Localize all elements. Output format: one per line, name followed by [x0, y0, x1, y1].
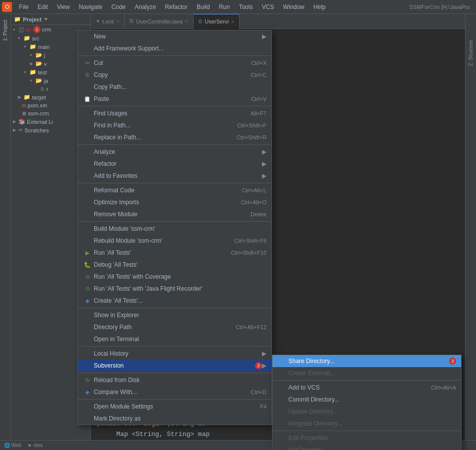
ctx-copy[interactable]: ⎘ Copy Ctrl+C [78, 69, 271, 81]
ctx-run-jfr[interactable]: ⊙ Run 'All Tests' with 'Java Flight Reco… [78, 283, 271, 295]
sub-label: Share Directory... [288, 358, 449, 365]
tab-close-active[interactable]: × [232, 19, 235, 24]
tree-arrow: ▾ [24, 44, 28, 49]
editor-tabs: ✦ t.xml × © UserController.java × © User… [91, 14, 465, 29]
menu-help[interactable]: Help [309, 1, 330, 12]
paste-icon: 📋 [83, 95, 92, 103]
menu-code[interactable]: Code [107, 1, 130, 12]
ctx-reformat[interactable]: Reformat Code Ctrl+Alt+L [78, 184, 271, 196]
ctx-analyze[interactable]: Analyze ▶ [78, 146, 271, 158]
ctx-debug-tests[interactable]: 🐛 Debug 'All Tests' [78, 259, 271, 271]
settings-icon [83, 403, 92, 411]
ctx-add-favorites[interactable]: Add to Favorites ▶ [78, 170, 271, 182]
remove-icon [83, 210, 92, 218]
tree-arrow: ▶ [13, 119, 17, 124]
ctx-find-in-path[interactable]: Find in Path... Ctrl+Shift+F [78, 119, 271, 131]
ctx-label: Run 'All Tests' [94, 249, 221, 256]
sidebar-tab-project[interactable]: 1: Project [1, 16, 9, 45]
menu-refactor[interactable]: Refactor [161, 1, 192, 12]
ctx-optimize-imports[interactable]: Optimize Imports Ctrl+Alt+O [78, 196, 271, 208]
menu-file[interactable]: File [15, 1, 32, 12]
ctx-copy-path[interactable]: Copy Path... [78, 81, 271, 93]
svn-icon [83, 362, 92, 370]
ctx-label: Show in Explorer [94, 312, 266, 319]
menu-edit[interactable]: Edit [33, 1, 52, 12]
sub-commit-dir[interactable]: Commit Directory... [272, 394, 461, 406]
ctx-new[interactable]: New ▶ [78, 30, 271, 42]
ctx-show-explorer[interactable]: Show in Explorer [78, 309, 271, 321]
menu-analyze[interactable]: Analyze [131, 1, 160, 12]
ctx-paste[interactable]: 📋 Paste Ctrl+V [78, 93, 271, 105]
tree-arrow: ▾ [30, 78, 34, 83]
ctx-label: Debug 'All Tests' [94, 261, 266, 268]
sub-update-dir: Update Directory... [272, 406, 461, 418]
ctx-run-coverage[interactable]: ⊙ Run 'All Tests' with Coverage [78, 271, 271, 283]
status-favorites[interactable]: ★ rites [27, 443, 43, 448]
ctx-create-tests[interactable]: ◈ Create 'All Tests'... [78, 295, 271, 307]
folder-icon: 📁 [23, 94, 30, 100]
ctx-add-framework[interactable]: Add Framework Support... [78, 42, 271, 54]
tree-label: Scratches [24, 127, 49, 133]
ctx-label: Rebuild Module 'ssm-crm' [94, 237, 224, 244]
run-icon: ▶ [83, 249, 92, 257]
ctx-subversion[interactable]: Subversion 2 ▶ [78, 360, 271, 372]
find-icon [83, 109, 92, 117]
copy-path-icon [83, 83, 92, 91]
sub-share-dir[interactable]: Share Directory... 3 [272, 355, 461, 367]
context-menu[interactable]: New ▶ Add Framework Support... ✂ Cut Ctr… [77, 30, 272, 425]
menu-vcs[interactable]: VCS [258, 1, 278, 12]
menu-tools[interactable]: Tools [235, 1, 257, 12]
ctx-build-module[interactable]: Build Module 'ssm-crm' [78, 223, 271, 235]
favorites-icon [83, 172, 92, 180]
tab-xml[interactable]: ✦ t.xml × [91, 14, 125, 29]
subversion-submenu[interactable]: Share Directory... 3 Create External... … [272, 355, 462, 450]
menu-view[interactable]: View [53, 1, 74, 12]
ctx-open-terminal[interactable]: Open in Terminal [78, 333, 271, 345]
ctx-module-settings[interactable]: Open Module Settings F4 [78, 401, 271, 413]
ctx-remove-module[interactable]: Remove Module Delete [78, 208, 271, 220]
ctx-cut[interactable]: ✂ Cut Ctrl+X [78, 57, 271, 69]
sub-create-external: Create External... [272, 367, 461, 379]
ctx-reload[interactable]: ↻ Reload from Disk [78, 374, 271, 386]
menu-run[interactable]: Run [215, 1, 234, 12]
ctx-replace-in-path[interactable]: Replace in Path... Ctrl+Shift+R [78, 131, 271, 143]
tab-label: UserServi [205, 18, 229, 24]
ctx-refactor[interactable]: Refactor ▶ [78, 158, 271, 170]
ctx-directory-path[interactable]: Directory Path Ctrl+Alt+F12 [78, 321, 271, 333]
optimize-icon [83, 198, 92, 206]
project-dropdown[interactable]: ▾ [44, 16, 47, 22]
tab-controller[interactable]: © UserController.java × [125, 14, 194, 29]
ctx-find-usages[interactable]: Find Usages Alt+F7 [78, 107, 271, 119]
tab-close[interactable]: × [185, 18, 188, 24]
menu-navigate[interactable]: Navigate [75, 1, 106, 12]
ctx-mark-dir[interactable]: Mark Directory as [78, 413, 271, 425]
sidebar-tabs-right: Z: Structure [465, 14, 476, 450]
find-path-icon [83, 121, 92, 129]
status-web[interactable]: 🌐 Web [4, 443, 21, 448]
arrow-icon: ▶ [262, 148, 266, 155]
type-map: Map [116, 431, 128, 438]
ctx-label: Reload from Disk [94, 377, 266, 384]
tree-label: src [32, 35, 39, 41]
shortcut: Alt+F7 [250, 110, 266, 116]
tab-service[interactable]: © UserServi × [194, 14, 240, 29]
ctx-label: Mark Directory as [94, 415, 266, 422]
menu-build[interactable]: Build [193, 1, 214, 12]
shortcut: Ctrl+Shift+F9 [234, 238, 266, 244]
shortcut: Ctrl+X [251, 60, 266, 66]
sidebar-tab-structure[interactable]: Z: Structure [467, 36, 475, 70]
tab-close[interactable]: × [116, 18, 119, 24]
tree-arrow: ▾ [13, 27, 17, 32]
tree-label: test [38, 69, 47, 75]
menu-window[interactable]: Window [279, 1, 308, 12]
shortcut: Ctrl+Alt+F12 [236, 324, 266, 330]
ctx-compare-with[interactable]: ◈ Compare With... Ctrl+D [78, 386, 271, 398]
ctx-run-tests[interactable]: ▶ Run 'All Tests' Ctrl+Shift+F10 [78, 247, 271, 259]
set-prop-icon [277, 446, 286, 450]
ctx-label: Run 'All Tests' with 'Java Flight Record… [94, 285, 266, 292]
ctx-local-history[interactable]: Local History ▶ [78, 348, 271, 360]
ctx-label: Replace in Path... [94, 134, 227, 141]
folder-icon: 📁 [14, 16, 21, 22]
ctx-rebuild-module[interactable]: Rebuild Module 'ssm-crm' Ctrl+Shift+F9 [78, 235, 271, 247]
sub-add-to-vcs[interactable]: Add to VCS Ctrl+Alt+A [272, 382, 461, 394]
